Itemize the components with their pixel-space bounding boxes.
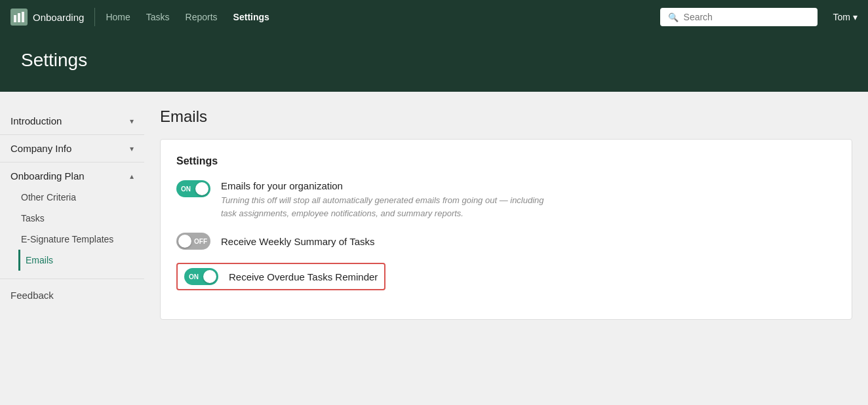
- svg-rect-2: [22, 12, 24, 22]
- setting-label-emails-org: Emails for your organization: [221, 180, 549, 191]
- sidebar-item-emails[interactable]: Emails: [18, 250, 134, 271]
- navbar-logo[interactable]: Onboarding: [10, 9, 84, 26]
- sidebar: Introduction ▾ Company Info ▾ Onboarding…: [0, 92, 144, 405]
- toggle-knob: [195, 182, 208, 195]
- setting-label-weekly-summary: Receive Weekly Summary of Tasks: [221, 236, 375, 247]
- company-info-chevron-icon: ▾: [130, 144, 134, 153]
- sidebar-feedback[interactable]: Feedback: [0, 279, 144, 311]
- navbar: Onboarding Home Tasks Reports Settings 🔍…: [0, 0, 868, 34]
- user-chevron-icon: ▾: [853, 12, 858, 22]
- sidebar-feedback-label: Feedback: [10, 290, 54, 301]
- sidebar-onboarding-sub-items: Other Criteria Tasks E-Signature Templat…: [10, 182, 134, 271]
- sidebar-emails-label: Emails: [26, 255, 53, 265]
- sidebar-introduction-label: Introduction: [10, 115, 62, 126]
- sidebar-other-criteria-label: Other Criteria: [21, 192, 76, 202]
- sidebar-section-onboarding-plan: Onboarding Plan ▴ Other Criteria Tasks E…: [0, 163, 144, 279]
- overdue-highlighted-container: ON Receive Overdue Tasks Reminder: [176, 263, 385, 290]
- main-layout: Introduction ▾ Company Info ▾ Onboarding…: [0, 92, 868, 405]
- sidebar-e-signature-label: E-Signature Templates: [21, 234, 113, 244]
- user-menu[interactable]: Tom ▾: [833, 12, 858, 22]
- toggle-emails-org[interactable]: ON: [176, 180, 210, 197]
- introduction-chevron-icon: ▾: [130, 117, 134, 126]
- sidebar-item-e-signature[interactable]: E-Signature Templates: [18, 229, 134, 250]
- settings-card-title: Settings: [176, 155, 836, 167]
- toggle-knob-weekly: [178, 235, 191, 248]
- setting-row-emails-org: ON Emails for your organization Turning …: [176, 180, 836, 220]
- page-header: Settings: [0, 34, 868, 92]
- search-box: 🔍: [660, 8, 818, 26]
- sidebar-section-company-info: Company Info ▾: [0, 135, 144, 163]
- svg-rect-1: [18, 13, 20, 22]
- setting-desc-emails-org: Turning this off will stop all automatic…: [221, 194, 549, 220]
- search-input[interactable]: [684, 12, 810, 22]
- content-area: Emails Settings ON Emails for your organ…: [144, 92, 868, 405]
- sidebar-company-info-header[interactable]: Company Info ▾: [10, 143, 134, 154]
- toggle-weekly-summary[interactable]: OFF: [176, 233, 210, 250]
- logo-icon: [10, 9, 28, 26]
- toggle-on-label: ON: [181, 185, 191, 193]
- sidebar-section-introduction: Introduction ▾: [0, 107, 144, 135]
- nav-home[interactable]: Home: [106, 12, 130, 22]
- page-header-title: Settings: [21, 50, 847, 71]
- content-title: Emails: [160, 107, 852, 126]
- nav-reports[interactable]: Reports: [186, 12, 218, 22]
- onboarding-plan-chevron-icon: ▴: [130, 172, 134, 181]
- toggle-off-label: OFF: [194, 238, 207, 245]
- sidebar-company-info-label: Company Info: [10, 143, 71, 154]
- setting-row-weekly-summary: OFF Receive Weekly Summary of Tasks: [176, 233, 836, 250]
- search-icon: 🔍: [668, 12, 679, 22]
- setting-text-emails-org: Emails for your organization Turning thi…: [221, 180, 549, 220]
- sidebar-item-other-criteria[interactable]: Other Criteria: [18, 187, 134, 208]
- sidebar-onboarding-plan-label: Onboarding Plan: [10, 170, 85, 182]
- settings-card: Settings ON Emails for your organization…: [160, 139, 852, 320]
- toggle-on-label-overdue: ON: [189, 273, 199, 280]
- user-name: Tom: [833, 12, 850, 22]
- nav-settings[interactable]: Settings: [233, 12, 269, 22]
- sidebar-onboarding-plan-header[interactable]: Onboarding Plan ▴: [10, 170, 134, 182]
- sidebar-introduction-header[interactable]: Introduction ▾: [10, 115, 134, 126]
- toggle-overdue[interactable]: ON: [184, 268, 218, 285]
- navbar-links: Home Tasks Reports Settings: [106, 12, 269, 22]
- nav-tasks[interactable]: Tasks: [146, 12, 170, 22]
- sidebar-tasks-label: Tasks: [21, 213, 45, 223]
- sidebar-item-tasks[interactable]: Tasks: [18, 208, 134, 229]
- toggle-knob-overdue: [203, 270, 216, 283]
- svg-rect-0: [14, 15, 16, 22]
- navbar-app-title: Onboarding: [33, 12, 84, 23]
- setting-label-overdue: Receive Overdue Tasks Reminder: [229, 271, 378, 282]
- setting-row-overdue: ON Receive Overdue Tasks Reminder: [176, 263, 836, 290]
- navbar-divider: [94, 8, 95, 26]
